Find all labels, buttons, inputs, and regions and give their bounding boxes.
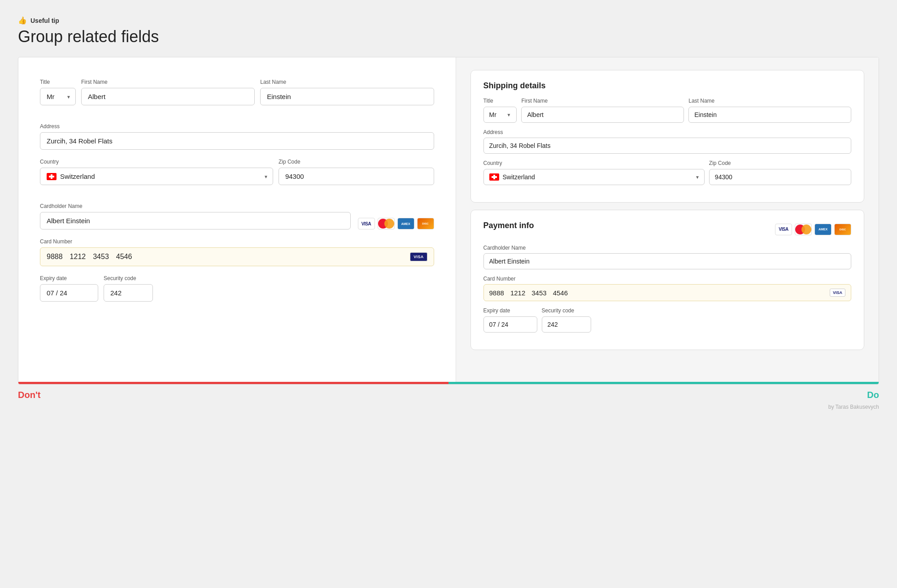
right-title-label: Title — [483, 98, 517, 104]
visa-badge: VISA — [410, 252, 427, 261]
security-input[interactable] — [104, 284, 153, 302]
main-container: Title Mr Ms Dr ▼ First Name Last Name — [18, 57, 879, 385]
right-country-label: Country — [483, 160, 705, 166]
svg-rect-5 — [492, 176, 497, 178]
right-cardholder-input[interactable] — [483, 253, 852, 269]
right-address-group: Address — [483, 129, 852, 154]
visa-icon: VISA — [358, 218, 375, 229]
last-name-label: Last Name — [260, 79, 434, 85]
right-country-zip-row: Country Switzerland Germany — [483, 160, 852, 185]
cardholder-label: Cardholder Name — [40, 203, 351, 209]
chevron-down-icon: ▼ — [66, 94, 71, 99]
right-card-part4: 4546 — [553, 289, 568, 297]
right-last-name-group: Last Name — [688, 98, 851, 123]
shipping-title: Shipping details — [483, 81, 852, 91]
bottom-labels: Don't Do — [18, 386, 879, 400]
security-label: Security code — [104, 275, 153, 281]
right-name-row: Title Mr Ms ▼ First Name Last Name — [483, 98, 852, 123]
right-cardholder-label: Cardholder Name — [483, 245, 852, 251]
right-zip-input[interactable] — [709, 169, 851, 185]
page-title: Group related fields — [18, 27, 879, 46]
right-security-label: Security code — [542, 307, 591, 314]
right-security-input[interactable] — [542, 316, 591, 333]
first-name-input[interactable] — [81, 88, 255, 105]
right-visa-icon: VISA — [775, 224, 792, 235]
address-input[interactable] — [40, 132, 434, 150]
address-label: Address — [40, 123, 434, 130]
expiry-group: Expiry date — [40, 275, 98, 302]
attribution: by Taras Bakusevych — [18, 404, 879, 410]
cardholder-input[interactable] — [40, 212, 351, 229]
first-name-group: First Name — [81, 79, 255, 105]
right-first-name-input[interactable] — [521, 107, 684, 123]
security-group: Security code — [104, 275, 153, 302]
useful-tip-label: Useful tip — [30, 17, 59, 24]
zip-label: Zip Code — [279, 159, 434, 165]
right-expiry-group: Expiry date — [483, 307, 537, 333]
right-address-label: Address — [483, 129, 852, 135]
left-panel: Title Mr Ms Dr ▼ First Name Last Name — [18, 57, 456, 384]
flag-switzerland-icon — [489, 173, 499, 181]
discover-icon: DISC — [417, 218, 434, 229]
country-group: Country Switzerland Germany France — [40, 159, 273, 185]
title-select-wrapper[interactable]: Mr Ms Dr ▼ — [40, 88, 76, 105]
name-row: Title Mr Ms Dr ▼ First Name Last Name — [40, 79, 434, 114]
right-security-group: Security code — [542, 307, 591, 333]
right-expiry-label: Expiry date — [483, 307, 537, 314]
card-number-part4: 4546 — [116, 253, 132, 261]
right-first-name-group: First Name — [521, 98, 684, 123]
right-card-part3: 3453 — [531, 289, 546, 297]
card-number-part1: 9888 — [47, 253, 63, 261]
payment-card: Payment info VISA AMEX — [470, 210, 865, 350]
zip-input[interactable] — [279, 168, 434, 185]
zip-group: Zip Code — [279, 159, 434, 185]
country-wrapper[interactable]: Switzerland Germany France ▼ — [40, 168, 273, 185]
right-title-select-wrapper[interactable]: Mr Ms ▼ — [483, 107, 517, 123]
right-visa-badge: VISA — [830, 289, 845, 297]
right-country-select[interactable]: Switzerland Germany — [503, 173, 699, 181]
right-amex-icon: AMEX — [814, 224, 832, 235]
shipping-card: Shipping details Title Mr Ms ▼ First Nam… — [470, 70, 865, 203]
right-zip-label: Zip Code — [709, 160, 851, 166]
last-name-group: Last Name — [260, 79, 434, 105]
right-zip-group: Zip Code — [709, 160, 851, 185]
last-name-input[interactable] — [260, 88, 434, 105]
right-card-number-field[interactable]: 9888 1212 3453 4546 VISA — [483, 284, 852, 301]
right-address-input[interactable] — [483, 138, 852, 154]
right-first-name-label: First Name — [521, 98, 684, 104]
card-number-label: Card Number — [40, 238, 434, 245]
right-country-group: Country Switzerland Germany — [483, 160, 705, 185]
card-number-part3: 3453 — [93, 253, 109, 261]
mastercard-icon — [378, 218, 395, 229]
right-expiry-security-row: Expiry date Security code — [483, 307, 852, 333]
right-expiry-input[interactable] — [483, 316, 537, 333]
cardholder-row: Cardholder Name VISA AMEX DISC — [40, 203, 434, 229]
expiry-security-row: Expiry date Security code — [40, 275, 434, 311]
right-country-wrapper[interactable]: Switzerland Germany ▼ — [483, 169, 705, 185]
title-select[interactable]: Mr Ms Dr — [47, 93, 64, 100]
useful-tip-row: 👍 Useful tip — [18, 16, 879, 25]
dont-label: Don't — [18, 390, 40, 400]
expiry-input[interactable] — [40, 284, 98, 302]
chevron-down-icon: ▼ — [507, 112, 511, 117]
right-discover-icon: DISC — [834, 224, 851, 235]
country-label: Country — [40, 159, 273, 165]
right-last-name-label: Last Name — [688, 98, 851, 104]
right-panel: Shipping details Title Mr Ms ▼ First Nam… — [456, 57, 879, 384]
country-select[interactable]: Switzerland Germany France — [60, 173, 266, 180]
title-label: Title — [40, 79, 76, 85]
right-last-name-input[interactable] — [688, 107, 851, 123]
card-number-group: Card Number 9888 1212 3453 4546 VISA — [40, 238, 434, 266]
right-card-number-group: Card Number 9888 1212 3453 4546 VISA — [483, 276, 852, 301]
cardholder-group: Cardholder Name — [40, 203, 351, 229]
right-card-part2: 1212 — [510, 289, 525, 297]
payment-title-row: Payment info VISA AMEX — [483, 221, 852, 238]
card-number-part2: 1212 — [70, 253, 86, 261]
card-number-field[interactable]: 9888 1212 3453 4546 VISA — [40, 247, 434, 266]
right-title-select[interactable]: Mr Ms — [489, 111, 505, 118]
right-cardholder-group: Cardholder Name — [483, 245, 852, 269]
header: 👍 Useful tip Group related fields — [18, 16, 879, 46]
right-title-group: Title Mr Ms ▼ — [483, 98, 517, 123]
expiry-label: Expiry date — [40, 275, 98, 281]
amex-icon: AMEX — [397, 218, 414, 229]
